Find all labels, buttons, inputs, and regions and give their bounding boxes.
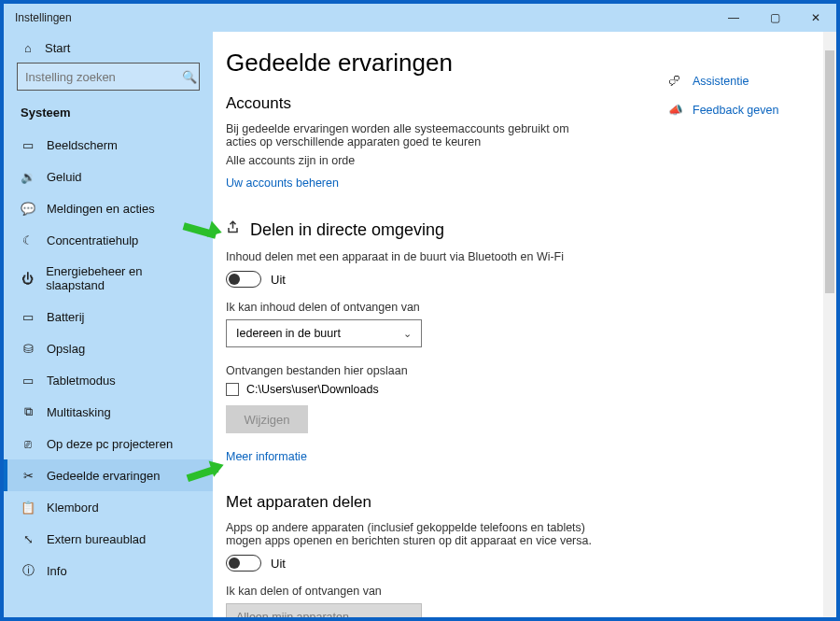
cross-toggle[interactable] bbox=[226, 555, 261, 572]
home-icon: ⌂ bbox=[21, 41, 35, 55]
multitasking-icon: ⧉ bbox=[21, 404, 35, 419]
sidebar-item-concentratiehulp[interactable]: ☾Concentratiehulp bbox=[4, 224, 213, 256]
sidebar-item-op-deze-pc-projecteren[interactable]: ⎚Op deze pc projecteren bbox=[4, 428, 213, 459]
sidebar-item-label: Gedeelde ervaringen bbox=[47, 469, 160, 483]
sound-icon: 🔉 bbox=[21, 169, 35, 184]
feedback-icon: 📣 bbox=[668, 103, 683, 117]
sidebar-item-beeldscherm[interactable]: ▭Beeldscherm bbox=[4, 129, 213, 161]
search-input[interactable] bbox=[25, 70, 182, 84]
sidebar-item-geluid[interactable]: 🔉Geluid bbox=[4, 161, 213, 192]
sidebar-item-gedeelde-ervaringen[interactable]: ✂Gedeelde ervaringen bbox=[4, 459, 213, 491]
cross-desc: Apps op andere apparaten (inclusief geko… bbox=[226, 521, 599, 547]
battery-icon: ▭ bbox=[21, 309, 35, 324]
sidebar-item-energiebeheer-en-slaapstand[interactable]: ⏻Energiebeheer en slaapstand bbox=[4, 256, 213, 301]
sidebar-item-label: Klembord bbox=[47, 501, 99, 515]
sidebar-item-batterij[interactable]: ▭Batterij bbox=[4, 301, 213, 332]
accounts-desc: Bij gedeelde ervaringen worden alle syst… bbox=[226, 122, 599, 148]
window-controls: — ▢ ✕ bbox=[713, 4, 836, 32]
sidebar-item-label: Geluid bbox=[47, 170, 82, 184]
sidebar-item-label: Tabletmodus bbox=[47, 374, 116, 388]
maximize-button[interactable]: ▢ bbox=[754, 4, 795, 32]
search-icon: 🔍 bbox=[182, 70, 197, 84]
sidebar-item-label: Op deze pc projecteren bbox=[47, 437, 173, 451]
sidebar-group-label: Systeem bbox=[4, 100, 213, 129]
cross-toggle-label: Uit bbox=[271, 557, 286, 571]
share-icon bbox=[226, 219, 243, 241]
focus-icon: ☾ bbox=[21, 233, 35, 247]
save-location-label: Ontvangen bestanden hier opslaan bbox=[226, 364, 599, 377]
power-icon: ⏻ bbox=[21, 271, 35, 286]
sidebar-item-opslag[interactable]: ⛁Opslag bbox=[4, 332, 213, 364]
tablet-icon: ▭ bbox=[21, 373, 35, 388]
notifications-icon: 💬 bbox=[21, 201, 35, 216]
nearby-share-select[interactable]: Iedereen in de buurt ⌄ bbox=[226, 319, 422, 347]
feedback-link[interactable]: 📣 Feedback geven bbox=[668, 103, 827, 117]
sidebar-item-label: Info bbox=[47, 564, 67, 578]
sidebar-item-label: Multitasking bbox=[47, 405, 111, 419]
save-path-row: C:\Users\user\Downloads bbox=[226, 383, 642, 396]
chevron-down-icon: ⌄ bbox=[403, 328, 412, 340]
scrollbar-thumb[interactable] bbox=[825, 50, 834, 293]
shared-icon: ✂ bbox=[21, 468, 35, 483]
nearby-share-label: Ik kan inhoud delen of ontvangen van bbox=[226, 301, 599, 314]
project-icon: ⎚ bbox=[21, 436, 35, 451]
right-pane: 🗪 Assistentie 📣 Feedback geven bbox=[668, 32, 836, 617]
titlebar: Instellingen — ▢ ✕ bbox=[4, 4, 836, 32]
cross-share-select: Alleen mijn apparaten ⌄ bbox=[226, 603, 422, 617]
sidebar-item-tabletmodus[interactable]: ▭Tabletmodus bbox=[4, 364, 213, 396]
sidebar-item-multitasking[interactable]: ⧉Multitasking bbox=[4, 396, 213, 428]
home-link[interactable]: ⌂ Start bbox=[4, 32, 213, 63]
search-box[interactable]: 🔍 bbox=[17, 63, 200, 91]
close-button[interactable]: ✕ bbox=[795, 4, 836, 32]
sidebar-item-meldingen-en-acties[interactable]: 💬Meldingen en acties bbox=[4, 192, 213, 224]
accounts-heading: Accounts bbox=[226, 94, 642, 113]
sidebar-item-label: Extern bureaublad bbox=[47, 532, 146, 546]
clipboard-icon: 📋 bbox=[21, 500, 35, 515]
info-icon: ⓘ bbox=[21, 563, 35, 578]
main-panel: Gedeelde ervaringen Accounts Bij gedeeld… bbox=[213, 32, 836, 617]
more-info-link[interactable]: Meer informatie bbox=[226, 450, 307, 463]
sidebar-item-info[interactable]: ⓘInfo bbox=[4, 555, 213, 586]
nearby-toggle-label: Uit bbox=[271, 273, 286, 287]
window-title: Instellingen bbox=[4, 11, 72, 24]
sidebar-item-label: Batterij bbox=[47, 310, 84, 324]
minimize-button[interactable]: — bbox=[713, 4, 754, 32]
accounts-status: Alle accounts zijn in orde bbox=[226, 154, 599, 167]
home-label: Start bbox=[45, 41, 70, 55]
remote-icon: ⤡ bbox=[21, 531, 35, 546]
display-icon: ▭ bbox=[21, 137, 35, 152]
nearby-toggle[interactable] bbox=[226, 271, 261, 288]
cross-share-label: Ik kan delen of ontvangen van bbox=[226, 585, 599, 598]
sidebar: ⌂ Start 🔍 Systeem ▭Beeldscherm🔉Geluid💬Me… bbox=[4, 32, 213, 617]
sidebar-item-label: Concentratiehulp bbox=[47, 233, 138, 247]
nearby-heading: Delen in directe omgeving bbox=[226, 219, 642, 241]
page-title: Gedeelde ervaringen bbox=[226, 49, 642, 78]
scrollbar[interactable] bbox=[823, 32, 836, 617]
folder-icon bbox=[226, 383, 239, 396]
sidebar-item-extern-bureaublad[interactable]: ⤡Extern bureaublad bbox=[4, 523, 213, 555]
manage-accounts-link[interactable]: Uw accounts beheren bbox=[226, 176, 339, 190]
sidebar-item-label: Beeldscherm bbox=[47, 138, 118, 152]
sidebar-item-label: Meldingen en acties bbox=[47, 202, 155, 216]
sidebar-item-klembord[interactable]: 📋Klembord bbox=[4, 491, 213, 523]
sidebar-item-label: Opslag bbox=[47, 342, 85, 356]
sidebar-item-label: Energiebeheer en slaapstand bbox=[46, 264, 196, 292]
change-button[interactable]: Wijzigen bbox=[226, 405, 308, 433]
help-link[interactable]: 🗪 Assistentie bbox=[668, 75, 827, 88]
help-icon: 🗪 bbox=[668, 75, 683, 88]
cross-heading: Met apparaten delen bbox=[226, 493, 642, 512]
save-path: C:\Users\user\Downloads bbox=[246, 383, 379, 396]
nearby-desc: Inhoud delen met een apparaat in de buur… bbox=[226, 250, 599, 263]
storage-icon: ⛁ bbox=[21, 341, 35, 356]
chevron-down-icon: ⌄ bbox=[403, 612, 412, 618]
